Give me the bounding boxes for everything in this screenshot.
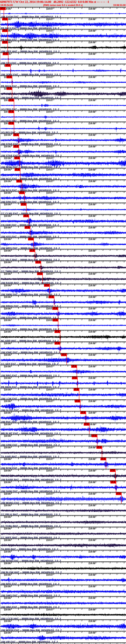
pick-flag[interactable]: ×T 4 (8, 99, 14, 102)
ruler-time-label: 19:07 (47, 516, 53, 518)
station-label: CC PRLK BHZ -- 99999.0km BW HIGHPASS 2.0… (1, 513, 60, 516)
pick-flag[interactable]: ×T 4 (55, 330, 60, 333)
pick-flag[interactable]: ×T 4 (37, 272, 43, 275)
ruler-time-label: 19:07 (47, 99, 53, 102)
pick-flag[interactable]: ×T 4 (29, 249, 35, 252)
pick-flag[interactable]: ×T 4 (92, 434, 97, 437)
pick-flag[interactable]: ×T 4 (55, 342, 60, 344)
pick-flag[interactable]: ×T 4 (6, 87, 12, 90)
pick-flag[interactable]: ×T 4 (100, 458, 106, 460)
pick-flag[interactable]: ×T 4 (14, 157, 20, 159)
pick-flag[interactable]: ×T 4 (23, 214, 29, 217)
ruler-time-label: 19:08 (89, 504, 95, 507)
pick-flag[interactable]: ×T 4 (13, 134, 19, 136)
ruler-time-label: 19:08 (89, 180, 95, 183)
pick-flag[interactable]: ×T 4 (49, 296, 54, 298)
ruler-time-label: 19:08 (89, 597, 95, 600)
pick-flag[interactable]: ×T 4 (35, 261, 41, 264)
station-label: UW BLOW HHZ -- 99999.0km BW HIGHPASS 2.0… (1, 571, 62, 574)
ruler-time-label: 19:08 (89, 76, 95, 78)
pick-flag[interactable]: ×T 4 (80, 411, 86, 414)
pick-flag[interactable]: ×T 4 (21, 203, 26, 206)
ruler-time-label: 19:07 (47, 168, 53, 171)
pick-flag[interactable]: ×T 4 (6, 76, 12, 78)
trace-panel: 19:0619:0719:08×T 4UW GHW EHZ -- 99999.0… (0, 480, 126, 492)
pick-flag[interactable]: ×T 4 (111, 481, 116, 484)
ruler-time-label: 19:06 (5, 272, 11, 275)
pick-flag[interactable]: ×T 4 (2, 41, 8, 44)
pick-flag[interactable]: ×T 4 (13, 145, 19, 148)
pick-flag[interactable]: ×T 4 (73, 388, 79, 391)
pick-flag[interactable]: ×T 4 (61, 354, 67, 356)
ruler-time-label: 19:07 (47, 481, 53, 484)
pick-flag[interactable]: ×T 4 (16, 180, 22, 182)
ruler-time-label: 19:07 (47, 18, 53, 21)
ruler-time-label: 19:06 (5, 342, 11, 345)
trace-panel: 19:0619:0719:08×T 4CN GDR EHZ -- 99999.0… (0, 214, 126, 226)
ruler-time-label: 19:07 (47, 330, 53, 333)
station-label: UW SHUK BHZ -- 99999.0km BW HIGHPASS 2.0… (1, 96, 61, 99)
station-label: UW RCS EHZ -- 99999.0km BW HIGHPASS 2.0 … (1, 189, 59, 192)
ruler-time-label: 19:07 (47, 157, 53, 160)
pick-flag[interactable]: ×T 4 (15, 168, 20, 171)
station-label: MB BLMT EHZ -- 99999.0km BW HIGHPASS 2.0… (1, 432, 61, 435)
pick-flag[interactable]: ×T 4 (8, 110, 14, 113)
trace-panel: 19:0619:0719:08×T 4UO FRIS EHZ -- 99999.… (0, 98, 126, 110)
station-label: UW GMO EHZ -- 99999.0km BW HIGHPASS 2.0 … (1, 594, 60, 597)
pick-flag[interactable]: ×T 4 (25, 226, 30, 229)
pick-flag[interactable]: ×T 4 (3, 52, 8, 55)
ruler-time-label: 19:06 (5, 492, 11, 495)
pick-flag[interactable]: ×T 4 (8, 122, 14, 125)
trace-panel: 19:0619:0719:08UW GMO EHZ -- 99999.0km B… (0, 584, 126, 596)
ruler-time-label: 19:08 (89, 145, 95, 148)
pick-flag[interactable]: ×T 4 (72, 376, 78, 379)
trace-panel: 19:0619:0719:08UW BLOW HHZ -- 99999.0km … (0, 562, 126, 573)
ruler-time-label: 19:06 (5, 377, 11, 380)
station-label: UW IONE EHZ -- 99999.0km BW HIGHPASS 2.0… (1, 351, 60, 354)
ruler-time-label: 19:08 (89, 157, 95, 160)
pick-flag[interactable]: ×T 4 (19, 192, 25, 194)
ruler-time-label: 19:08 (89, 110, 95, 113)
ruler-time-label: 19:07 (47, 110, 53, 113)
ruler-time-label: 19:08 (89, 18, 95, 21)
station-label: UW WPO EHZ -- 99999.0km BW HIGHPASS 2.0 … (1, 247, 60, 250)
pick-flag[interactable]: ×T 4 (71, 365, 77, 368)
pick-flag[interactable]: ×T 4 (2, 18, 8, 20)
ruler-time-label: 19:08 (89, 539, 95, 542)
pick-flag[interactable]: ×T 4 (28, 238, 34, 240)
trace-panel: 19:0619:0719:08×T 4UW RVC EHZ -- 99999.0… (0, 411, 126, 422)
pick-flag[interactable]: ×T 4 (44, 284, 50, 287)
ruler-time-label: 19:07 (47, 261, 53, 264)
ruler-time-label: 19:06 (5, 550, 11, 553)
ruler-time-label: 19:06 (5, 284, 11, 287)
pick-flag[interactable]: ×T 4 (53, 307, 58, 310)
ruler-time-label: 19:08 (89, 88, 95, 90)
pick-flag[interactable]: ×T 4 (5, 64, 11, 67)
trace-panel: 19:0619:0719:08×T 4UW WPO EHZ -- 99999.0… (0, 237, 126, 249)
pick-flag[interactable]: ×T 4 (75, 400, 80, 402)
trace-panel: 19:0619:0719:08UW BEND EHZ -- 99999.0km … (0, 550, 126, 562)
station-label: UW SVOH EHZ -- 99999.0km BW HIGHPASS 2.0… (1, 15, 61, 18)
ruler-time-label: 19:06 (5, 562, 11, 565)
pick-flag[interactable]: ×T 4 (84, 423, 89, 426)
station-label: UW RCM EHZ -- 99999.0km BW HIGHPASS 2.0 … (1, 467, 60, 470)
ruler-time-label: 19:07 (47, 76, 53, 78)
ruler-time-label: 19:06 (5, 354, 11, 356)
pick-flag[interactable]: ×T 4 (110, 469, 116, 472)
ruler-time-label: 19:07 (47, 504, 53, 507)
station-label: PB B024 EHZ -- 99999.0km BW HIGHPASS 2.0… (1, 85, 59, 88)
ruler-time-label: 19:07 (47, 180, 53, 183)
ruler-time-label: 19:07 (47, 585, 53, 588)
ruler-time-label: 19:08 (89, 134, 95, 136)
trace-panel: 19:0619:0719:08×T 4UW LCW EHZ -- 99999.0… (0, 388, 126, 399)
pick-flag[interactable]: ×T 4 (0, 7, 6, 10)
pick-flag[interactable]: ×T 4 (96, 446, 102, 449)
ruler-time-label: 19:06 (5, 250, 11, 252)
ruler-time-label: 19:06 (5, 238, 11, 240)
pick-flag[interactable]: ×T 4 (2, 29, 8, 32)
ruler-time-label: 19:07 (47, 377, 53, 380)
pick-flag[interactable]: ×T 4 (116, 492, 122, 495)
pick-flag[interactable]: ×T 4 (53, 319, 58, 322)
trace-panel: 19:0619:0719:08×T 4UW GLDO EHZ -- 99999.… (0, 399, 126, 411)
ruler-time-label: 19:07 (47, 435, 53, 437)
